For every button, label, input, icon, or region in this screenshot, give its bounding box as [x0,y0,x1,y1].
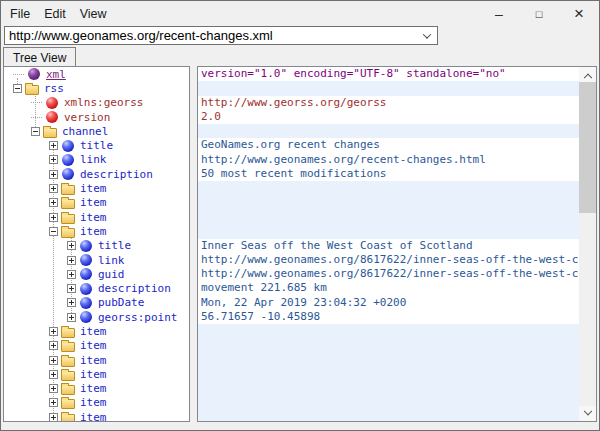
value-row: http://www.georss.org/georss [198,96,579,110]
tree-node-xml[interactable]: xml [4,67,189,81]
tree-node-label[interactable]: item [79,396,108,409]
value-row: http://www.geonames.org/recent-changes.h… [198,153,579,167]
expand-icon[interactable] [49,198,58,207]
tree-node-item[interactable]: item [4,382,189,396]
expand-icon[interactable] [49,370,58,379]
value-row [198,224,579,238]
element-icon [79,239,93,252]
tree-node-item[interactable]: item [4,324,189,338]
maximize-icon: □ [536,8,543,20]
maximize-button[interactable]: □ [519,1,559,26]
collapse-icon[interactable] [13,84,22,93]
tree-node-label[interactable]: item [79,354,108,367]
tree-node-item[interactable]: item [4,353,189,367]
scroll-up-button[interactable] [579,67,596,82]
tree-node-item[interactable]: item [4,196,189,210]
tree-node-label[interactable]: item [79,339,108,352]
expand-icon[interactable] [49,184,58,193]
tree-node-label[interactable]: xml [45,68,67,81]
expand-icon[interactable] [49,384,58,393]
tree-node-item[interactable]: item [4,210,189,224]
folder-icon [61,354,75,367]
tree-node-label[interactable]: xmlns:georss [63,96,144,109]
expand-icon[interactable] [67,241,76,250]
tree-node-label[interactable]: title [97,239,132,252]
expand-icon[interactable] [49,327,58,336]
value-row [198,353,579,367]
panel-splitter[interactable] [190,66,197,422]
expand-icon[interactable] [67,284,76,293]
menu-edit[interactable]: Edit [37,3,73,25]
url-combobox[interactable] [4,26,438,45]
tree-node-label[interactable]: item [79,182,108,195]
tree-node-pubDate[interactable]: pubDate [4,296,189,310]
tree-node-label[interactable]: channel [61,125,109,138]
tree-node-label[interactable]: item [79,382,108,395]
tree-node-link[interactable]: link [4,253,189,267]
tree-node-label[interactable]: link [97,254,126,267]
url-dropdown-button[interactable] [417,27,437,44]
tab-tree-view[interactable]: Tree View [3,47,76,66]
tree-node-georss:point[interactable]: georss:point [4,310,189,324]
tree-node-description[interactable]: description [4,167,189,181]
tree-node-label[interactable]: item [79,211,108,224]
tree-node-item[interactable]: item [4,224,189,238]
close-button[interactable]: × [559,1,599,26]
tree-node-item[interactable]: item [4,396,189,410]
scrollbar-thumb[interactable] [579,82,596,213]
tree-node-title[interactable]: title [4,138,189,152]
tree-node-item[interactable]: item [4,181,189,195]
tree-node-description[interactable]: description [4,281,189,295]
tree-node-item[interactable]: item [4,339,189,353]
expand-icon[interactable] [67,313,76,322]
collapse-icon[interactable] [31,127,40,136]
expand-icon[interactable] [67,256,76,265]
vertical-scrollbar[interactable] [579,67,596,421]
url-input[interactable] [5,27,417,44]
expand-icon[interactable] [49,341,58,350]
tree-node-label[interactable]: item [79,196,108,209]
tree-node-guid[interactable]: guid [4,267,189,281]
minimize-button[interactable]: – [479,1,519,26]
tree-node-label[interactable]: georss:point [97,311,178,324]
collapse-icon[interactable] [49,227,58,236]
menu-view[interactable]: View [73,3,114,25]
tree-node-label[interactable]: item [79,225,108,238]
tree-node-version[interactable]: version [4,110,189,124]
expand-icon[interactable] [49,170,58,179]
tree-node-channel[interactable]: channel [4,124,189,138]
expand-icon[interactable] [49,413,58,422]
expand-icon[interactable] [49,141,58,150]
tree-node-label[interactable]: rss [43,82,65,95]
tree-node-xmlns:georss[interactable]: xmlns:georss [4,96,189,110]
tree-node-label[interactable]: guid [97,268,126,281]
tree-node-item[interactable]: item [4,367,189,381]
xml-tree-panel[interactable]: xmlrssxmlns:georssversionchanneltitlelin… [3,66,190,422]
tree-node-label[interactable]: item [79,411,108,422]
tree-node-label[interactable]: title [79,139,114,152]
tree-node-label[interactable]: item [79,325,108,338]
expand-icon[interactable] [67,298,76,307]
tree-node-rss[interactable]: rss [4,81,189,95]
folder-icon [61,196,75,209]
tree-node-item[interactable]: item [4,410,189,422]
tree-node-label[interactable]: description [79,168,154,181]
expand-icon[interactable] [49,398,58,407]
tree-node-label[interactable]: version [63,111,111,124]
tree-node-title[interactable]: title [4,239,189,253]
value-row [198,196,579,210]
tree-node-label[interactable]: link [79,153,108,166]
tree-node-label[interactable]: pubDate [97,296,145,309]
expand-icon[interactable] [49,213,58,222]
folder-icon [61,325,75,338]
folder-icon [61,225,75,238]
expand-icon[interactable] [67,270,76,279]
tree-node-label[interactable]: description [97,282,172,295]
menu-file[interactable]: File [3,3,37,25]
tree-node-link[interactable]: link [4,153,189,167]
element-icon [79,311,93,324]
tree-node-label[interactable]: item [79,368,108,381]
expand-icon[interactable] [49,155,58,164]
scroll-down-button[interactable] [579,406,596,421]
expand-icon[interactable] [49,356,58,365]
